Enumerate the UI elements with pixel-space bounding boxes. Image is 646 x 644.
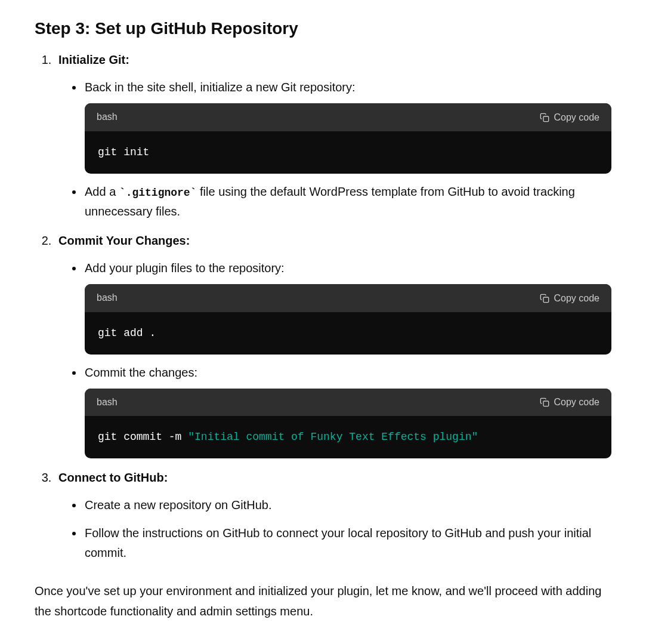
svg-rect-0 (543, 116, 549, 122)
sub-list: Back in the site shell, initialize a new… (58, 78, 611, 221)
list-item: Connect to GitHub: Create a new reposito… (55, 468, 611, 563)
code-language-label: bash (97, 290, 118, 306)
sub-list: Create a new repository on GitHub. Follo… (58, 495, 611, 563)
copy-label: Copy code (554, 112, 600, 123)
list-item-title: Connect to GitHub: (58, 471, 168, 484)
sub-list-item: Commit the changes: bash Copy code git c… (84, 363, 611, 458)
code-content: git add . (85, 312, 611, 355)
copy-label: Copy code (554, 293, 600, 304)
code-language-label: bash (97, 109, 118, 125)
closing-paragraph: Once you've set up your environment and … (35, 581, 611, 621)
code-content: git commit -m "Initial commit of Funky T… (85, 416, 611, 458)
code-language-label: bash (97, 395, 118, 410)
code-block: bash Copy code git init (85, 103, 611, 173)
sub-item-text: Back in the site shell, initialize a new… (85, 81, 356, 94)
list-item-title: Commit Your Changes: (58, 234, 190, 247)
code-header: bash Copy code (85, 389, 611, 416)
sub-list-item: Create a new repository on GitHub. (84, 495, 611, 515)
sub-list-item: Follow the instructions on GitHub to con… (84, 523, 611, 563)
sub-item-text: Create a new repository on GitHub. (85, 498, 272, 511)
list-item: Initialize Git: Back in the site shell, … (55, 50, 611, 221)
copy-icon (540, 398, 549, 407)
sub-item-text: Add your plugin files to the repository: (85, 261, 285, 275)
step-heading: Step 3: Set up GitHub Repository (35, 18, 611, 39)
list-item-title: Initialize Git: (58, 53, 129, 66)
code-header: bash Copy code (85, 103, 611, 131)
sub-item-text: Follow the instructions on GitHub to con… (85, 526, 591, 559)
copy-code-button[interactable]: Copy code (540, 293, 600, 304)
inline-code: `.gitignore` (119, 187, 197, 199)
sub-list-item: Add a `.gitignore` file using the defaul… (84, 182, 611, 222)
sub-item-text-pre: Add a (85, 185, 119, 198)
code-block: bash Copy code git commit -m "Initial co… (85, 389, 611, 458)
svg-rect-1 (543, 297, 549, 303)
copy-code-button[interactable]: Copy code (540, 112, 600, 123)
copy-label: Copy code (554, 397, 600, 408)
copy-icon (540, 294, 549, 303)
code-content: git init (85, 131, 611, 174)
ordered-list: Initialize Git: Back in the site shell, … (35, 50, 611, 563)
sub-list-item: Back in the site shell, initialize a new… (84, 78, 611, 173)
copy-code-button[interactable]: Copy code (540, 397, 600, 408)
sub-list: Add your plugin files to the repository:… (58, 258, 611, 458)
svg-rect-2 (543, 401, 549, 406)
copy-icon (540, 113, 549, 122)
list-item: Commit Your Changes: Add your plugin fil… (55, 231, 611, 458)
sub-item-text: Commit the changes: (85, 366, 197, 379)
code-header: bash Copy code (85, 284, 611, 312)
sub-list-item: Add your plugin files to the repository:… (84, 258, 611, 354)
code-block: bash Copy code git add . (85, 284, 611, 354)
